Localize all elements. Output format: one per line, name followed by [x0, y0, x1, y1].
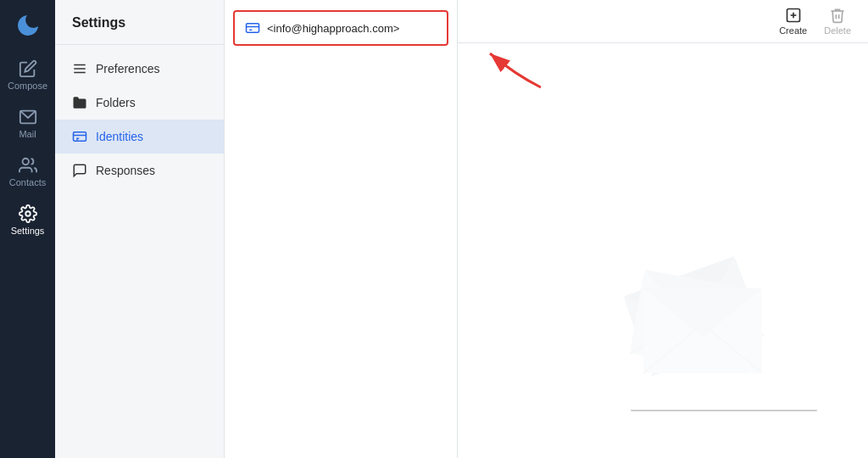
svg-point-2 — [25, 211, 31, 216]
create-icon — [785, 7, 802, 24]
nav-item-settings[interactable]: Settings — [0, 196, 55, 244]
nav-item-mail[interactable]: Mail — [0, 99, 55, 148]
create-button[interactable]: Create — [779, 7, 807, 36]
main-content: Create Delete — [458, 0, 868, 458]
settings-menu: Preferences Folders Identities Responses — [55, 45, 224, 194]
svg-point-1 — [22, 159, 28, 165]
arrow-annotation — [473, 41, 549, 95]
menu-item-preferences[interactable]: Preferences — [55, 52, 224, 86]
svg-rect-10 — [247, 24, 259, 33]
menu-item-responses[interactable]: Responses — [55, 154, 224, 187]
identity-item[interactable]: <info@highapproach.com> — [233, 10, 448, 46]
settings-title: Settings — [55, 0, 224, 45]
identity-icon — [245, 20, 260, 36]
identity-email: <info@highapproach.com> — [267, 22, 399, 35]
svg-rect-6 — [74, 132, 86, 142]
menu-item-identities[interactable]: Identities — [55, 120, 224, 154]
app-logo — [11, 8, 45, 42]
delete-icon — [829, 7, 846, 24]
nav-item-contacts[interactable]: Contacts — [0, 148, 55, 196]
main-toolbar: Create Delete — [458, 0, 868, 43]
menu-item-folders[interactable]: Folders — [55, 86, 224, 120]
delete-button[interactable]: Delete — [824, 7, 851, 36]
settings-sidebar: Settings Preferences Folders Identities — [55, 0, 225, 458]
empty-state-line — [631, 410, 817, 411]
nav-bar: Compose Mail Contacts Settings — [0, 0, 55, 458]
identity-list-panel: <info@highapproach.com> — [225, 0, 458, 458]
nav-item-compose[interactable]: Compose — [0, 51, 55, 99]
envelopes-illustration — [597, 221, 800, 390]
